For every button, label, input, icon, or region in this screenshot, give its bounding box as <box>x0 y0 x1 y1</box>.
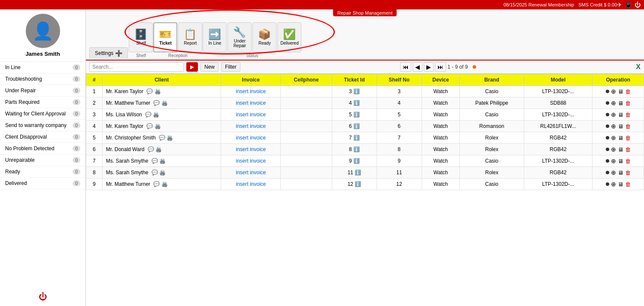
sidebar-item-in-line[interactable]: In Line0 <box>0 62 85 73</box>
monitor-icon[interactable]: 🖥 <box>618 158 623 164</box>
add-icon[interactable]: ⊕ <box>611 88 616 95</box>
cell-invoice[interactable]: insert invoice <box>221 97 281 109</box>
sidebar-item-client-disapproval[interactable]: Client Disapproval0 <box>0 131 85 143</box>
print-icon[interactable]: 🖨️ <box>167 135 173 141</box>
print-icon[interactable]: 🖨️ <box>161 181 168 187</box>
print-icon[interactable]: 🖨️ <box>159 158 166 164</box>
message-icon[interactable]: 💬 <box>146 88 153 94</box>
delete-icon[interactable]: 🗑 <box>625 181 631 188</box>
whatsapp-icon[interactable]: 📱 <box>625 1 632 8</box>
cell-invoice[interactable]: insert invoice <box>221 144 281 155</box>
play-button[interactable]: ▶ <box>186 62 198 72</box>
print-icon[interactable]: 🖨️ <box>155 88 161 94</box>
monitor-icon[interactable]: 🖥 <box>618 123 623 130</box>
cell-invoice[interactable]: insert invoice <box>221 109 281 121</box>
monitor-icon[interactable]: 🖥 <box>618 146 623 153</box>
message-icon[interactable]: 💬 <box>146 123 153 129</box>
add-icon[interactable]: ⊕ <box>611 134 616 141</box>
monitor-icon[interactable]: 🖥 <box>618 100 623 106</box>
sidebar-item-waiting-for-client-approval[interactable]: Waiting for Client Approval0 <box>0 108 85 120</box>
search-input[interactable] <box>89 62 184 72</box>
monitor-icon[interactable]: 🖥 <box>618 88 623 95</box>
info-icon[interactable]: ℹ️ <box>353 100 360 106</box>
delete-icon[interactable]: 🗑 <box>625 135 631 141</box>
message-icon[interactable]: 💬 <box>148 146 154 152</box>
add-tab-icon[interactable]: ➕ <box>115 50 122 57</box>
message-icon[interactable]: 💬 <box>153 100 160 106</box>
delete-icon[interactable]: 🗑 <box>625 158 631 164</box>
sidebar-item-parts-required[interactable]: Parts Required0 <box>0 97 85 108</box>
info-icon[interactable]: ℹ️ <box>353 158 360 164</box>
message-icon[interactable]: 💬 <box>145 112 152 118</box>
cell-num: 5 <box>86 132 103 144</box>
top-bar: 08/15/2025 Renewal Membership SMS Credit… <box>0 0 644 9</box>
sidebar-item-ready[interactable]: Ready0 <box>0 166 85 178</box>
cell-device: Watch <box>422 132 460 144</box>
report-button[interactable]: 📋 Report <box>178 22 202 52</box>
cell-invoice[interactable]: insert invoice <box>221 155 281 167</box>
print-icon[interactable]: 🖨️ <box>161 100 168 106</box>
telegram-icon[interactable]: ✈ <box>617 1 622 8</box>
cell-invoice[interactable]: insert invoice <box>221 167 281 179</box>
monitor-icon[interactable]: 🖥 <box>618 135 623 141</box>
sidebar-item-delivered[interactable]: Delivered0 <box>0 178 85 189</box>
sidebar-item-unrepairable[interactable]: Unrepairable0 <box>0 155 85 166</box>
last-page-button[interactable]: ⏭ <box>435 62 446 72</box>
delete-icon[interactable]: 🗑 <box>625 112 631 118</box>
info-icon[interactable]: ℹ️ <box>355 170 361 176</box>
sidebar-item-no-problem-detected[interactable]: No Problem Detected0 <box>0 143 85 155</box>
print-icon[interactable]: 🖨️ <box>159 170 166 176</box>
delete-icon[interactable]: 🗑 <box>625 170 631 176</box>
print-icon[interactable]: 🖨️ <box>155 123 161 129</box>
info-icon[interactable]: ℹ️ <box>353 135 360 141</box>
monitor-icon[interactable]: 🖥 <box>618 112 623 118</box>
prev-page-button[interactable]: ◀ <box>413 62 422 72</box>
print-icon[interactable]: 🖨️ <box>153 112 159 118</box>
add-icon[interactable]: ⊕ <box>611 123 616 130</box>
info-icon[interactable]: ℹ️ <box>353 123 360 129</box>
filter-button[interactable]: Filter <box>221 62 240 72</box>
cell-invoice[interactable]: insert invoice <box>221 86 281 97</box>
inline-button[interactable]: ➡️ In Line <box>203 22 227 52</box>
message-icon[interactable]: 💬 <box>153 181 160 187</box>
new-button[interactable]: New <box>200 62 219 72</box>
add-icon[interactable]: ⊕ <box>611 100 616 106</box>
underrepair-button[interactable]: 🔧 Under Repair <box>228 22 252 52</box>
info-icon[interactable]: ℹ️ <box>353 88 360 94</box>
next-page-button[interactable]: ▶ <box>424 62 434 72</box>
message-icon[interactable]: 💬 <box>159 135 165 141</box>
add-icon[interactable]: ⊕ <box>611 158 616 164</box>
cell-invoice[interactable]: insert invoice <box>221 121 281 132</box>
message-icon[interactable]: 💬 <box>152 158 158 164</box>
ticket-button[interactable]: 🎫 Ticket <box>153 22 177 52</box>
add-icon[interactable]: ⊕ <box>611 146 616 153</box>
print-icon[interactable]: 🖨️ <box>155 146 162 152</box>
cell-ticketid: 12 ℹ️ <box>332 179 377 190</box>
cell-invoice[interactable]: insert invoice <box>221 132 281 144</box>
cell-invoice[interactable]: insert invoice <box>221 179 281 190</box>
monitor-icon[interactable]: 🖥 <box>618 170 623 176</box>
info-icon[interactable]: ℹ️ <box>355 181 361 187</box>
add-icon[interactable]: ⊕ <box>611 111 616 118</box>
first-page-button[interactable]: ⏮ <box>400 62 411 72</box>
delete-icon[interactable]: 🗑 <box>625 146 631 153</box>
delete-icon[interactable]: 🗑 <box>625 88 631 95</box>
delete-icon[interactable]: 🗑 <box>625 123 631 130</box>
add-icon[interactable]: ⊕ <box>611 169 616 176</box>
message-icon[interactable]: 💬 <box>152 170 158 176</box>
delete-icon[interactable]: 🗑 <box>625 100 631 106</box>
settings-tab[interactable]: Settings ➕ <box>89 47 128 58</box>
power-top-icon[interactable]: ⏻ <box>635 1 641 8</box>
excel-icon[interactable]: X <box>636 63 641 71</box>
sidebar-item-send-to-warranty-company[interactable]: Send to warranty company0 <box>0 120 85 131</box>
info-icon[interactable]: ℹ️ <box>353 112 360 118</box>
info-icon[interactable]: ℹ️ <box>353 146 360 152</box>
add-icon[interactable]: ⊕ <box>611 181 616 188</box>
monitor-icon[interactable]: 🖥 <box>618 181 623 188</box>
delivered-button[interactable]: ✅ Delivered <box>277 22 301 52</box>
shelf-button[interactable]: 🗄️ Shelf <box>129 22 153 52</box>
sidebar-item-troubleshooting[interactable]: Troubleshooting0 <box>0 73 85 85</box>
ready-button[interactable]: 📦 Ready <box>252 22 276 52</box>
power-icon[interactable]: ⏻ <box>39 292 47 302</box>
sidebar-item-under-repair[interactable]: Under Repair0 <box>0 85 85 97</box>
